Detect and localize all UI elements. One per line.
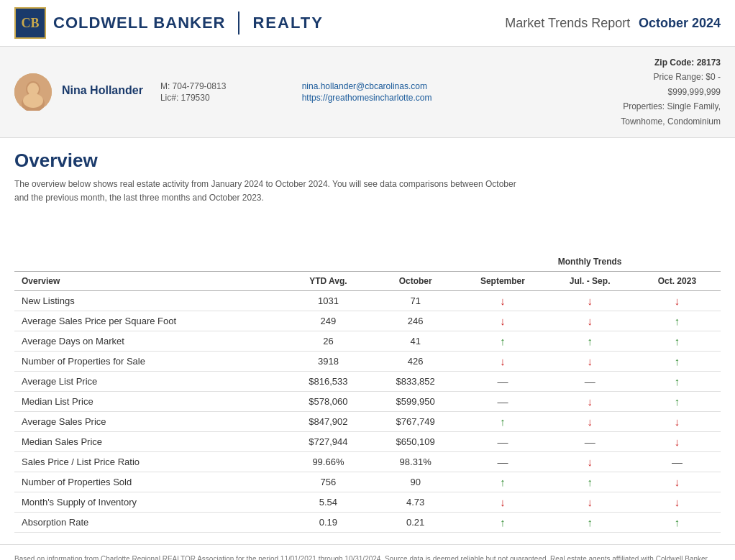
row-september: ↑ — [459, 412, 546, 432]
table-row: New Listings 1031 71 ↓ ↓ ↓ — [14, 291, 721, 311]
table-row: Absorption Rate 0.19 0.21 ↑ ↑ ↑ — [14, 513, 721, 533]
properties: Properties: Single Family, — [621, 99, 721, 114]
table-row: Average Sales Price $847,902 $767,749 ↑ … — [14, 412, 721, 432]
row-oct-2023: ↑ — [634, 513, 721, 533]
table-row: Month's Supply of Inventory 5.54 4.73 ↓ … — [14, 492, 721, 513]
brand-realty: REALTY — [252, 14, 323, 32]
row-jul-sep: ↓ — [547, 392, 634, 412]
monthly-trends-header-row: Monthly Trends — [14, 252, 721, 272]
overview-description: The overview below shows real estate act… — [14, 178, 518, 205]
row-jul-sep: ↓ — [547, 352, 634, 372]
row-september: ↑ — [459, 472, 546, 492]
properties2: Townhome, Condominium — [621, 114, 721, 129]
row-september: — — [459, 372, 546, 392]
row-ytd: 26 — [285, 331, 372, 352]
row-label: Average Sales Price per Square Foot — [14, 311, 285, 331]
row-october: 71 — [372, 291, 459, 311]
row-oct-2023: — — [634, 452, 721, 472]
table-row: Number of Properties Sold 756 90 ↑ ↑ ↓ — [14, 472, 721, 492]
col-oct-header — [372, 252, 459, 272]
row-jul-sep: ↓ — [547, 291, 634, 311]
row-september: — — [459, 432, 546, 452]
agent-left: Nina Hollander M: 704-779-0813 nina.holl… — [14, 73, 432, 111]
report-date: October 2024 — [639, 16, 721, 30]
row-ytd: 3918 — [285, 352, 372, 372]
row-ytd: 0.19 — [285, 513, 372, 533]
row-october: 0.21 — [372, 513, 459, 533]
row-september: — — [459, 452, 546, 472]
row-label: Number of Properties Sold — [14, 472, 285, 492]
row-ytd: $578,060 — [285, 392, 372, 412]
zip-label: Zip Code: 28173 — [621, 55, 721, 70]
col-ytd-header — [285, 252, 372, 272]
row-jul-sep: ↓ — [547, 492, 634, 513]
page-header: CB COLDWELL BANKER REALTY Market Trends … — [0, 0, 735, 47]
row-oct-2023: ↓ — [634, 432, 721, 452]
row-oct-2023: ↓ — [634, 472, 721, 492]
row-october: 4.73 — [372, 492, 459, 513]
table-row: Average Sales Price per Square Foot 249 … — [14, 311, 721, 331]
brand-name: COLDWELL BANKER — [53, 14, 225, 32]
row-september: ↑ — [459, 513, 546, 533]
row-october: $599,950 — [372, 392, 459, 412]
row-label: Average Days on Market — [14, 331, 285, 352]
footer: Based on information from Charlotte Regi… — [0, 544, 735, 560]
th-oct-2023: Oct. 2023 — [634, 272, 721, 291]
logo-area: CB COLDWELL BANKER REALTY — [14, 7, 324, 39]
row-october: 90 — [372, 472, 459, 492]
agent-contact: M: 704-779-0813 nina.hollander@cbcarolin… — [160, 81, 432, 103]
zip-info: Zip Code: 28173 Price Range: $0 - $999,9… — [621, 55, 721, 129]
agent-license: Lic#: 179530 — [160, 93, 291, 103]
overview-title: Overview — [14, 150, 721, 172]
row-september: ↓ — [459, 492, 546, 513]
svg-point-4 — [23, 93, 43, 108]
row-october: 41 — [372, 331, 459, 352]
row-ytd: 756 — [285, 472, 372, 492]
row-september: ↓ — [459, 311, 546, 331]
brand-logo-box: CB — [14, 7, 46, 39]
row-september: ↑ — [459, 331, 546, 352]
row-oct-2023: ↑ — [634, 352, 721, 372]
market-table: Monthly Trends Overview YTD Avg. October… — [14, 252, 721, 533]
row-label: Absorption Rate — [14, 513, 285, 533]
th-ytd: YTD Avg. — [285, 272, 372, 291]
column-headers-row: Overview YTD Avg. October September Jul.… — [14, 272, 721, 291]
agent-avatar — [14, 73, 52, 111]
agent-website[interactable]: https://greathomesincharlotte.com — [302, 93, 432, 103]
row-october: 246 — [372, 311, 459, 331]
row-oct-2023: ↑ — [634, 331, 721, 352]
overview-section: Overview The overview below shows real e… — [0, 138, 735, 209]
row-label: Median List Price — [14, 392, 285, 412]
row-october: $767,749 — [372, 412, 459, 432]
row-label: New Listings — [14, 291, 285, 311]
row-jul-sep: — — [547, 372, 634, 392]
row-oct-2023: ↑ — [634, 392, 721, 412]
col-overview-header — [14, 252, 285, 272]
table-row: Number of Properties for Sale 3918 426 ↓… — [14, 352, 721, 372]
th-jul-sep: Jul. - Sep. — [547, 272, 634, 291]
report-info: Market Trends Report October 2024 — [505, 16, 721, 31]
row-october: 98.31% — [372, 452, 459, 472]
row-oct-2023: ↑ — [634, 311, 721, 331]
row-ytd: 249 — [285, 311, 372, 331]
row-jul-sep: ↑ — [547, 331, 634, 352]
row-label: Average List Price — [14, 372, 285, 392]
agent-phone: M: 704-779-0813 — [160, 81, 291, 91]
price-range: Price Range: $0 - — [621, 70, 721, 84]
row-jul-sep: — — [547, 432, 634, 452]
row-september: — — [459, 392, 546, 412]
footer-text: Based on information from Charlotte Regi… — [14, 555, 712, 560]
row-label: Sales Price / List Price Ratio — [14, 452, 285, 472]
agent-card: Nina Hollander M: 704-779-0813 nina.holl… — [0, 47, 735, 138]
price-range2: $999,999,999 — [621, 85, 721, 99]
th-overview: Overview — [14, 272, 285, 291]
row-october: $833,852 — [372, 372, 459, 392]
row-ytd: $816,533 — [285, 372, 372, 392]
agent-email[interactable]: nina.hollander@cbcarolinas.com — [302, 81, 432, 91]
th-september: September — [459, 272, 546, 291]
row-label: Number of Properties for Sale — [14, 352, 285, 372]
row-ytd: 1031 — [285, 291, 372, 311]
table-row: Median Sales Price $727,944 $650,109 — —… — [14, 432, 721, 452]
row-jul-sep: ↓ — [547, 311, 634, 331]
avatar-svg — [14, 73, 52, 111]
